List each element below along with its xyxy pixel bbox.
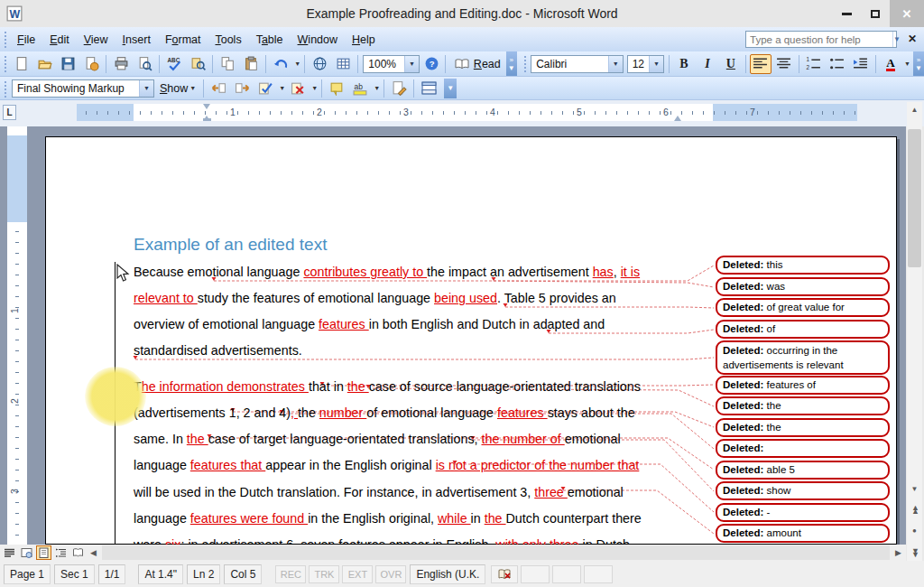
align-center-icon[interactable]: [773, 54, 795, 74]
menu-tools[interactable]: Tools: [208, 30, 248, 50]
chevron-down-icon[interactable]: ▼: [139, 80, 153, 97]
menu-file[interactable]: File: [10, 30, 42, 50]
maximize-button[interactable]: [861, 0, 890, 27]
document-text-line[interactable]: same. In the case of target language-ori…: [134, 432, 718, 446]
toolbar-grip[interactable]: [3, 79, 7, 98]
chevron-down-icon[interactable]: ▼: [404, 56, 419, 72]
italic-button[interactable]: I: [697, 54, 718, 74]
document-text-line[interactable]: language features were found in the Engl…: [134, 511, 718, 526]
deleted-callout[interactable]: Deleted: able 5: [716, 461, 890, 480]
scroll-right-icon[interactable]: ▶: [891, 548, 906, 557]
help-question-input[interactable]: [746, 34, 892, 45]
normal-view-icon[interactable]: [2, 545, 17, 560]
permission-icon[interactable]: [80, 54, 102, 74]
insert-table-icon[interactable]: [332, 54, 354, 74]
document-text-line[interactable]: will be used in the Dutch translation. F…: [134, 485, 718, 499]
toolbar-grip[interactable]: [522, 54, 526, 74]
close-button[interactable]: ✕: [890, 0, 924, 27]
undo-icon[interactable]: [270, 54, 291, 74]
menu-grip[interactable]: [3, 30, 7, 50]
zoom-combo[interactable]: 100% ▼: [363, 55, 420, 73]
document-text-line[interactable]: language features that appear in the Eng…: [134, 458, 718, 472]
reviewing-pane-icon[interactable]: [418, 79, 439, 98]
accept-change-dropdown-icon[interactable]: ▼: [278, 85, 286, 91]
next-change-icon[interactable]: [231, 79, 253, 98]
save-icon[interactable]: [57, 54, 79, 74]
deleted-callout[interactable]: Deleted:: [716, 439, 890, 458]
minimize-button[interactable]: [832, 0, 861, 27]
show-menu-button[interactable]: Show▼: [156, 79, 200, 98]
reject-change-dropdown-icon[interactable]: ▼: [310, 85, 319, 91]
highlight-dropdown-icon[interactable]: ▼: [373, 85, 381, 91]
accept-change-icon[interactable]: [254, 79, 276, 98]
spelling-icon[interactable]: ABC: [163, 54, 185, 74]
research-icon[interactable]: [187, 54, 208, 74]
document-text-line[interactable]: Because emotional language contributes g…: [134, 265, 718, 279]
deleted-callout[interactable]: Deleted: was: [716, 277, 890, 296]
deleted-callout[interactable]: Deleted: -: [716, 503, 890, 522]
deleted-callout[interactable]: Deleted: amount: [716, 524, 890, 543]
deleted-callout[interactable]: Deleted: this: [716, 256, 890, 275]
web-view-icon[interactable]: [19, 545, 34, 560]
menu-format[interactable]: Format: [158, 30, 208, 50]
menu-view[interactable]: View: [77, 30, 116, 50]
document-text-line[interactable]: were six; in advertisement 6, seven feat…: [134, 537, 718, 545]
tab-selector[interactable]: L: [3, 105, 16, 120]
document-text-line[interactable]: standardised advertisements.: [134, 343, 718, 358]
scroll-left-icon[interactable]: ◀: [86, 548, 101, 557]
reject-change-icon[interactable]: [287, 79, 309, 98]
toolbar-options-icon[interactable]: »▼: [913, 51, 924, 76]
new-icon[interactable]: [10, 54, 32, 74]
deleted-callout[interactable]: Deleted: show: [716, 481, 890, 500]
font-color-dropdown-icon[interactable]: ▼: [903, 61, 911, 67]
paste-icon[interactable]: [240, 54, 262, 74]
vertical-scrollbar[interactable]: ▲ ▼ ▲▲ ● ▼▼: [907, 102, 922, 561]
undo-dropdown-icon[interactable]: ▼: [293, 61, 301, 67]
indent-icon[interactable]: [850, 54, 872, 74]
chevron-down-icon[interactable]: ▼: [608, 56, 623, 72]
bold-button[interactable]: B: [673, 54, 695, 74]
font-name-combo[interactable]: Calibri ▼: [531, 55, 623, 73]
reading-view-icon[interactable]: [70, 545, 86, 560]
menu-table[interactable]: Table: [249, 30, 291, 50]
deleted-callout[interactable]: Deleted: occurring in the advertisements…: [716, 340, 890, 375]
deleted-callout[interactable]: Deleted: of: [716, 320, 890, 339]
track-changes-icon[interactable]: [388, 79, 410, 98]
read-button[interactable]: Read: [448, 54, 506, 74]
print-view-icon[interactable]: [36, 545, 51, 560]
document-text-line[interactable]: overview of emotional language features …: [134, 317, 718, 331]
scroll-down-icon[interactable]: ▼: [907, 481, 922, 497]
horizontal-ruler[interactable]: 1234567: [77, 104, 857, 121]
font-size-combo[interactable]: 12 ▼: [627, 55, 664, 73]
toolbar-options-icon[interactable]: »▼: [506, 51, 517, 76]
select-browse-object-icon[interactable]: ●: [907, 523, 922, 538]
help-icon[interactable]: ?: [422, 54, 441, 74]
vertical-scroll-thumb[interactable]: [908, 129, 921, 267]
menu-window[interactable]: Window: [291, 30, 345, 50]
copy-icon[interactable]: [217, 54, 238, 74]
insert-comment-icon[interactable]: [326, 79, 347, 98]
underline-button[interactable]: U: [720, 54, 742, 74]
deleted-callout[interactable]: Deleted: the: [716, 396, 890, 415]
status-mode-trk[interactable]: TRK: [309, 565, 339, 583]
right-indent-marker[interactable]: [674, 112, 681, 121]
scroll-up-icon[interactable]: ▲: [907, 102, 922, 117]
status-mode-ovr[interactable]: OVR: [375, 565, 406, 583]
deleted-callout[interactable]: Deleted: of great value for: [716, 298, 890, 317]
left-indent-marker[interactable]: [203, 118, 211, 121]
chevron-down-icon[interactable]: ▼: [649, 56, 663, 72]
chevron-down-icon[interactable]: ▼: [892, 32, 901, 47]
menu-edit[interactable]: Edit: [42, 30, 77, 50]
align-left-icon[interactable]: [750, 54, 772, 74]
help-question-box[interactable]: ▼: [745, 31, 897, 48]
toolbar-options-icon[interactable]: ▼: [444, 79, 457, 98]
next-page-icon[interactable]: ▼▼: [907, 545, 922, 560]
open-icon[interactable]: [33, 54, 55, 74]
vertical-ruler[interactable]: 123: [7, 126, 27, 545]
document-text-line[interactable]: (advertisements 1, 2 and 4), the number …: [134, 405, 718, 420]
spelling-status-icon[interactable]: [491, 565, 518, 583]
menu-insert[interactable]: Insert: [116, 30, 158, 50]
status-mode-rec[interactable]: REC: [275, 565, 306, 583]
numbering-icon[interactable]: 12: [803, 54, 825, 74]
previous-page-icon[interactable]: ▲▲: [907, 501, 922, 517]
